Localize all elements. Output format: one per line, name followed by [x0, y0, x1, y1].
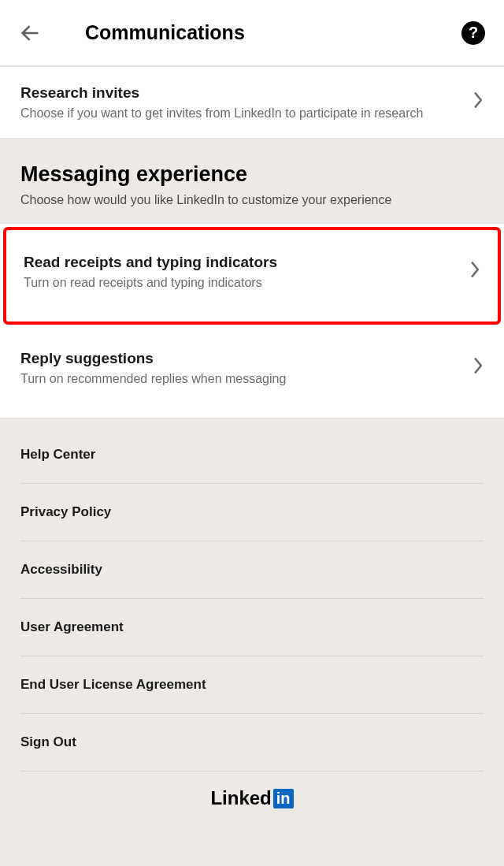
read-receipts-row[interactable]: Read receipts and typing indicators Turn… — [6, 230, 498, 321]
logo-wrap: Linkedin — [0, 771, 504, 825]
section-sub: Choose how would you like LinkedIn to cu… — [20, 193, 484, 207]
reply-suggestions-row[interactable]: Reply suggestions Turn on recommended re… — [0, 328, 504, 418]
chevron-right-icon — [468, 92, 484, 113]
reply-suggestions-sub: Turn on recommended replies when messagi… — [20, 372, 468, 386]
footer-link-sign-out[interactable]: Sign Out — [20, 714, 484, 771]
read-receipts-title: Read receipts and typing indicators — [24, 254, 465, 271]
header: Communications ? — [0, 0, 504, 66]
footer-link-help-center[interactable]: Help Center — [20, 426, 484, 484]
footer-link-user-agreement[interactable]: User Agreement — [20, 599, 484, 656]
research-invites-title: Research invites — [20, 84, 468, 102]
read-receipts-sub: Turn on read receipts and typing indicat… — [24, 276, 465, 290]
highlight-box: Read receipts and typing indicators Turn… — [3, 227, 501, 325]
help-icon[interactable]: ? — [461, 21, 485, 45]
section-title: Messaging experience — [20, 162, 484, 187]
chevron-right-icon — [465, 262, 480, 282]
research-invites-sub: Choose if you want to get invites from L… — [20, 106, 468, 121]
research-invites-card: Research invites Choose if you want to g… — [0, 66, 504, 139]
logo-text-linked: Linked — [210, 787, 271, 809]
messaging-experience-card: Read receipts and typing indicators Turn… — [0, 223, 504, 418]
linkedin-logo: Linkedin — [210, 787, 293, 809]
chevron-right-icon — [468, 358, 484, 378]
back-arrow-icon[interactable] — [19, 22, 41, 44]
page-title: Communications — [85, 21, 461, 44]
footer-link-accessibility[interactable]: Accessibility — [20, 541, 484, 599]
reply-suggestions-title: Reply suggestions — [20, 350, 468, 367]
research-invites-row[interactable]: Research invites Choose if you want to g… — [0, 67, 504, 138]
section-header: Messaging experience Choose how would yo… — [0, 139, 504, 223]
footer-links: Help Center Privacy Policy Accessibility… — [0, 418, 504, 771]
footer-link-privacy-policy[interactable]: Privacy Policy — [20, 484, 484, 541]
logo-text-in: in — [273, 789, 294, 808]
footer-link-eula[interactable]: End User License Agreement — [20, 656, 484, 714]
